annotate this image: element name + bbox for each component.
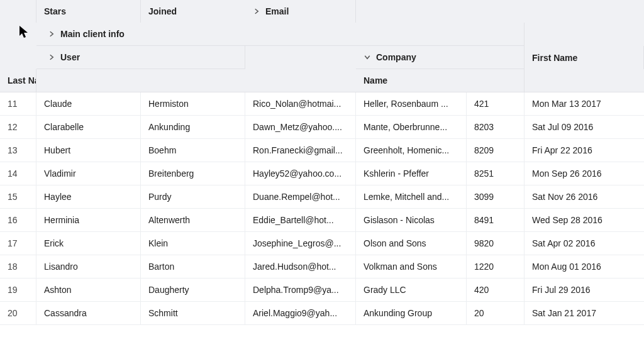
- cell-company[interactable]: Olson and Sons: [356, 232, 467, 255]
- cell-row-index[interactable]: 11: [0, 92, 36, 115]
- table-row[interactable]: 12ClarabelleAnkundingDawn_Metz@yahoo....…: [0, 116, 644, 139]
- cell-company[interactable]: Volkman and Sons: [356, 255, 467, 278]
- header-first-name[interactable]: First Name: [525, 46, 644, 69]
- table-row[interactable]: 19AshtonDaughertyDelpha.Tromp9@ya...Grad…: [0, 279, 644, 302]
- cell-last-name[interactable]: Breitenberg: [141, 162, 245, 185]
- cell-company[interactable]: Ankunding Group: [356, 302, 467, 324]
- cell-stars[interactable]: 3099: [467, 185, 525, 208]
- table-row[interactable]: 17ErickKleinJosephine_Legros@...Olson an…: [0, 232, 644, 255]
- cell-last-name[interactable]: Ankunding: [141, 116, 245, 138]
- cell-stars[interactable]: 8251: [467, 162, 525, 185]
- table-row[interactable]: 14VladimirBreitenbergHayley52@yahoo.co..…: [0, 162, 644, 185]
- table-header: Main client info Stars Joined User Email: [0, 0, 644, 92]
- table-body: 11ClaudeHermistonRico_Nolan@hotmai...Hel…: [0, 92, 644, 325]
- cell-first-name[interactable]: Ashton: [36, 279, 141, 301]
- cell-stars[interactable]: 8209: [467, 139, 525, 162]
- cell-stars[interactable]: 8203: [467, 116, 525, 138]
- cell-first-name[interactable]: Vladimir: [36, 162, 141, 185]
- cell-row-index[interactable]: 19: [0, 279, 36, 301]
- table-row[interactable]: 11ClaudeHermistonRico_Nolan@hotmai...Hel…: [0, 92, 644, 116]
- cell-joined[interactable]: Sat Nov 26 2016: [525, 185, 644, 208]
- cell-last-name[interactable]: Daugherty: [141, 279, 245, 301]
- cell-last-name[interactable]: Boehm: [141, 139, 245, 162]
- cell-joined[interactable]: Sat Apr 02 2016: [525, 232, 644, 255]
- cell-stars[interactable]: 8491: [467, 209, 525, 231]
- cell-row-index[interactable]: 17: [0, 232, 36, 255]
- header-group-main-client-info[interactable]: Main client info: [36, 23, 525, 46]
- cell-row-index[interactable]: 16: [0, 209, 36, 231]
- cell-company[interactable]: Greenholt, Homenic...: [356, 139, 467, 162]
- cell-email[interactable]: Ariel.Maggio9@yah...: [245, 302, 356, 324]
- cell-row-index[interactable]: 15: [0, 185, 36, 208]
- table-row[interactable]: 20CassandraSchmittAriel.Maggio9@yah...An…: [0, 302, 644, 325]
- cell-joined[interactable]: Mon Sep 26 2016: [525, 162, 644, 185]
- cell-company[interactable]: Kshlerin - Pfeffer: [356, 162, 467, 185]
- cell-first-name[interactable]: Lisandro: [36, 255, 141, 278]
- cell-stars[interactable]: 420: [467, 279, 525, 301]
- cell-joined[interactable]: Sat Jul 09 2016: [525, 116, 644, 138]
- cell-last-name[interactable]: Purdy: [141, 185, 245, 208]
- chevron-right-icon: [253, 8, 260, 15]
- cell-joined[interactable]: Fri Apr 22 2016: [525, 139, 644, 162]
- cell-email[interactable]: Duane.Rempel@hot...: [245, 185, 356, 208]
- header-stars[interactable]: Stars: [36, 0, 141, 23]
- cell-company[interactable]: Gislason - Nicolas: [356, 209, 467, 231]
- header-group-user[interactable]: User: [36, 46, 245, 69]
- header-row-index[interactable]: [0, 0, 36, 23]
- cell-email[interactable]: Jared.Hudson@hot...: [245, 255, 356, 278]
- header-joined[interactable]: Joined: [141, 0, 245, 23]
- cell-row-index[interactable]: 12: [0, 116, 36, 138]
- cell-first-name[interactable]: Cassandra: [36, 302, 141, 324]
- cell-company[interactable]: Lemke, Mitchell and...: [356, 185, 467, 208]
- cell-email[interactable]: Ron.Franecki@gmail...: [245, 139, 356, 162]
- header-email-label: Email: [265, 6, 289, 16]
- cell-company[interactable]: Mante, Oberbrunne...: [356, 116, 467, 138]
- header-company-name[interactable]: Name: [356, 69, 525, 92]
- cell-stars[interactable]: 20: [467, 302, 525, 324]
- cell-first-name[interactable]: Herminia: [36, 209, 141, 231]
- cell-last-name[interactable]: Altenwerth: [141, 209, 245, 231]
- chevron-right-icon: [48, 30, 55, 38]
- cell-first-name[interactable]: Hubert: [36, 139, 141, 162]
- cell-last-name[interactable]: Klein: [141, 232, 245, 255]
- table-row[interactable]: 15HayleePurdyDuane.Rempel@hot...Lemke, M…: [0, 185, 644, 209]
- cell-row-index[interactable]: 18: [0, 255, 36, 278]
- cell-joined[interactable]: Fri Jul 29 2016: [525, 279, 644, 301]
- header-group-company[interactable]: Company: [356, 46, 525, 69]
- cell-email[interactable]: Eddie_Bartell@hot...: [245, 209, 356, 231]
- cell-joined[interactable]: Sat Jan 21 2017: [525, 302, 644, 324]
- table-row[interactable]: 16HerminiaAltenwerthEddie_Bartell@hot...…: [0, 209, 644, 232]
- cell-first-name[interactable]: Erick: [36, 232, 141, 255]
- cell-company[interactable]: Grady LLC: [356, 279, 467, 301]
- cell-first-name[interactable]: Haylee: [36, 185, 141, 208]
- cell-email[interactable]: Dawn_Metz@yahoo....: [245, 116, 356, 138]
- cell-row-index[interactable]: 14: [0, 162, 36, 185]
- cell-row-index[interactable]: 20: [0, 302, 36, 324]
- cell-first-name[interactable]: Claude: [36, 92, 141, 115]
- cell-stars[interactable]: 9820: [467, 232, 525, 255]
- table-row[interactable]: 18LisandroBartonJared.Hudson@hot...Volkm…: [0, 255, 644, 279]
- cell-company[interactable]: Heller, Rosenbaum ...: [356, 92, 467, 115]
- cell-joined[interactable]: Mon Mar 13 2017: [525, 92, 644, 115]
- cell-email[interactable]: Hayley52@yahoo.co...: [245, 162, 356, 185]
- cell-last-name[interactable]: Schmitt: [141, 302, 245, 324]
- data-grid: Main client info Stars Joined User Email: [0, 0, 644, 325]
- cell-joined[interactable]: Wed Sep 28 2016: [525, 209, 644, 231]
- header-user-label: User: [60, 52, 80, 62]
- cell-email[interactable]: Josephine_Legros@...: [245, 232, 356, 255]
- header-last-name[interactable]: Last Name: [0, 69, 36, 92]
- header-stars-label: Stars: [44, 6, 66, 16]
- table-row[interactable]: 13HubertBoehmRon.Franecki@gmail...Greenh…: [0, 139, 644, 162]
- cell-last-name[interactable]: Barton: [141, 255, 245, 278]
- header-last-name-label: Last Name: [8, 75, 36, 86]
- header-email[interactable]: Email: [245, 0, 356, 23]
- cell-first-name[interactable]: Clarabelle: [36, 116, 141, 138]
- cell-last-name[interactable]: Hermiston: [141, 92, 245, 115]
- cell-stars[interactable]: 1220: [467, 255, 525, 278]
- cell-email[interactable]: Rico_Nolan@hotmai...: [245, 92, 356, 115]
- chevron-right-icon: [48, 53, 55, 61]
- cell-joined[interactable]: Mon Aug 01 2016: [525, 255, 644, 278]
- cell-stars[interactable]: 421: [467, 92, 525, 115]
- cell-email[interactable]: Delpha.Tromp9@ya...: [245, 279, 356, 301]
- cell-row-index[interactable]: 13: [0, 139, 36, 162]
